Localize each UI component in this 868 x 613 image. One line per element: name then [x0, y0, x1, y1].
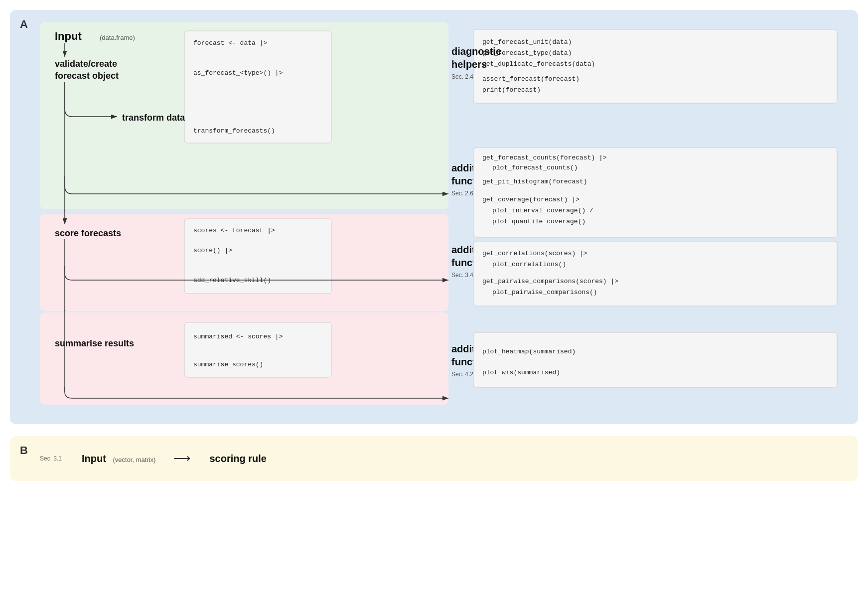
diag-code-3: get_duplicate_forecasts(data)	[482, 60, 595, 68]
afc3-1: plot_heatmap(summarised)	[482, 348, 576, 355]
code-line-1: forecast <- data |>	[193, 39, 267, 47]
diag-label-1: diagnostic	[451, 46, 501, 57]
summarise-label: summarise results	[55, 338, 134, 348]
panel-a-label: A	[20, 18, 28, 31]
afc1-3: get_pit_histogram(forecast)	[482, 178, 587, 185]
diag-code-1: get_forecast_unit(data)	[482, 38, 572, 46]
diagram-container: Sec. 2.2 Sec. 2.3 Sec. 2.5 Sec. 3.1 Sec.…	[40, 22, 846, 412]
code-box-3	[184, 322, 331, 377]
score-label: score forecasts	[55, 228, 121, 238]
afc2-4: plot_pairwise_comparisons()	[492, 289, 597, 296]
panel-b-sec-label: Sec. 3.1	[40, 455, 62, 462]
diag-label-2: helpers	[451, 59, 487, 70]
summarise-diagram: Sec. 4.1 summarise results summarised <-…	[40, 312, 847, 412]
afc1-4: get_coverage(forecast) |>	[482, 196, 579, 203]
panel-b-arrow: ⟶	[173, 452, 191, 465]
diag-code-5: print(forecast)	[482, 86, 541, 94]
afc1-6: plot_quantile_coverage()	[492, 218, 585, 225]
panel-b-label: B	[20, 444, 28, 457]
sum-code-1: summarised <- scores |>	[193, 333, 283, 340]
panel-b-result-label: scoring rule	[209, 453, 266, 464]
diag-sec: Sec. 2.4	[451, 73, 473, 80]
panel-b: B Sec. 3.1 Input (vector, matrix) ⟶ scor…	[10, 436, 858, 481]
add-func-2-sec: Sec. 3.4	[451, 272, 473, 279]
panel-b-input-label: Input (vector, matrix)	[82, 453, 155, 464]
afc2-3: get_pairwise_comparisons(scores) |>	[482, 278, 618, 285]
code-line-2: as_forecast_<type>() |>	[193, 69, 283, 77]
code-scores-1: scores <- forecast |>	[193, 227, 275, 234]
code-scores-2: score() |>	[193, 247, 232, 254]
panel-b-input-sub: (vector, matrix)	[113, 456, 155, 463]
afc3-2: plot_wis(summarised)	[482, 369, 560, 376]
diag-code-4: assert_forecast(forecast)	[482, 75, 579, 83]
add-func-3-sec: Sec. 4.2	[451, 371, 473, 378]
input-sub: (data.frame)	[100, 34, 135, 41]
panel-a: A Sec. 2.2 Sec. 2.3 Sec. 2.5 Sec. 3.1 Se…	[10, 10, 858, 424]
transform-label: transform data	[122, 113, 185, 123]
flow-diagram: Sec. 2.2 Sec. 2.3 Sec. 2.5 Sec. 3.1 Sec.…	[40, 22, 847, 316]
panel-b-content: Sec. 3.1 Input (vector, matrix) ⟶ scorin…	[40, 452, 267, 465]
afc1-5: plot_interval_coverage() /	[492, 207, 593, 214]
input-label: Input	[55, 30, 82, 42]
validate-label-1: validate/create	[55, 59, 117, 69]
sum-code-2: summarise_scores()	[193, 361, 263, 368]
validate-label-2: forecast object	[55, 71, 119, 81]
add-func-box-3	[473, 332, 837, 387]
afc2-1: get_correlations(scores) |>	[482, 250, 587, 257]
code-line-3: transform_forecasts()	[193, 127, 275, 135]
afc1-1: get_forecast_counts(forecast) |>	[482, 154, 607, 161]
add-func-1-sec: Sec. 2.6	[451, 190, 473, 197]
afc1-2: plot_forecast_counts()	[492, 164, 578, 171]
afc2-2: plot_correlations()	[492, 261, 566, 268]
code-box-1	[184, 31, 331, 143]
